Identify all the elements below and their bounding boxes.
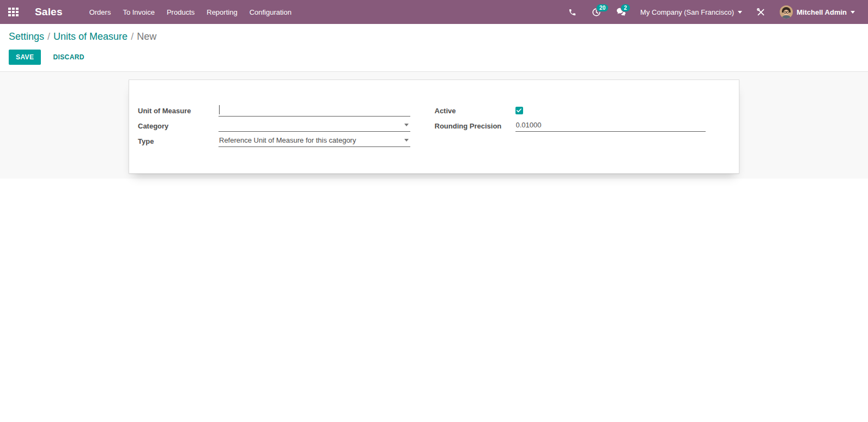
- type-label: Type: [138, 137, 218, 145]
- activities-button[interactable]: 20: [584, 0, 609, 24]
- activities-count-badge: 20: [596, 4, 609, 12]
- breadcrumb-units-of-measure[interactable]: Units of Measure: [53, 31, 128, 42]
- chevron-down-icon: [851, 11, 855, 14]
- rounding-precision-field-wrap: [515, 120, 706, 132]
- navbar-systray: 20 2 My Company (San Francisco): [561, 0, 868, 24]
- form-sheet: Unit of Measure Category Type: [129, 79, 739, 174]
- main-menu: Orders To Invoice Products Reporting Con…: [83, 0, 298, 24]
- user-name: Mitchell Admin: [797, 8, 847, 16]
- category-select[interactable]: [218, 120, 410, 132]
- menu-to-invoice[interactable]: To Invoice: [117, 0, 161, 24]
- breadcrumb-separator: /: [47, 31, 50, 42]
- rounding-precision-input[interactable]: [515, 120, 706, 132]
- top-navbar: Sales Orders To Invoice Products Reporti…: [0, 0, 868, 24]
- messages-button[interactable]: 2: [609, 0, 634, 24]
- apps-grid-icon: [8, 8, 19, 16]
- company-switcher[interactable]: My Company (San Francisco): [634, 0, 749, 24]
- active-label: Active: [435, 107, 515, 115]
- breadcrumb: Settings/Units of Measure/New: [9, 31, 859, 42]
- type-field-wrap: Reference Unit of Measure for this categ…: [218, 135, 410, 147]
- field-row-unit-of-measure: Unit of Measure: [138, 103, 410, 118]
- discard-button[interactable]: DISCARD: [50, 50, 87, 65]
- phone-icon: [568, 8, 576, 16]
- text-cursor: [219, 105, 220, 114]
- action-buttons: SAVE DISCARD: [9, 50, 859, 65]
- field-row-type: Type Reference Unit of Measure for this …: [138, 133, 410, 149]
- apps-menu-button[interactable]: [0, 0, 26, 24]
- menu-configuration[interactable]: Configuration: [244, 0, 298, 24]
- unit-of-measure-input[interactable]: [218, 105, 410, 117]
- rounding-precision-label: Rounding Precision: [435, 122, 515, 130]
- tools-icon: [756, 8, 766, 17]
- unit-of-measure-field-wrap: [218, 105, 410, 117]
- field-row-active: Active: [435, 103, 706, 118]
- type-value: Reference Unit of Measure for this categ…: [219, 136, 356, 144]
- user-avatar: [780, 5, 793, 19]
- chevron-down-icon: [404, 139, 409, 142]
- breadcrumb-current: New: [137, 31, 156, 42]
- user-menu[interactable]: Mitchell Admin: [773, 0, 861, 24]
- chevron-down-icon: [404, 124, 409, 126]
- control-panel: Settings/Units of Measure/New SAVE DISCA…: [0, 24, 868, 72]
- form-view: Unit of Measure Category Type: [0, 72, 868, 179]
- menu-reporting[interactable]: Reporting: [201, 0, 243, 24]
- category-field-wrap: [218, 120, 410, 132]
- app-name[interactable]: Sales: [35, 6, 63, 18]
- save-button[interactable]: SAVE: [9, 50, 41, 65]
- unit-of-measure-label: Unit of Measure: [138, 107, 218, 115]
- form-left-column: Unit of Measure Category Type: [129, 103, 434, 149]
- breadcrumb-separator: /: [131, 31, 133, 42]
- checkmark-icon: [516, 107, 522, 113]
- active-checkbox[interactable]: [515, 107, 523, 114]
- form-right-column: Active Rounding Precision: [434, 103, 739, 149]
- menu-orders[interactable]: Orders: [83, 0, 117, 24]
- field-row-category: Category: [138, 118, 410, 133]
- category-label: Category: [138, 122, 218, 130]
- active-field-wrap: [515, 106, 706, 115]
- breadcrumb-settings[interactable]: Settings: [9, 31, 44, 42]
- field-row-rounding-precision: Rounding Precision: [435, 118, 706, 133]
- voip-button[interactable]: [561, 0, 584, 24]
- debug-tools-button[interactable]: [749, 0, 773, 24]
- menu-products[interactable]: Products: [161, 0, 201, 24]
- messages-count-badge: 2: [621, 4, 630, 12]
- type-select[interactable]: Reference Unit of Measure for this categ…: [218, 135, 410, 147]
- company-name: My Company (San Francisco): [640, 8, 734, 16]
- chevron-down-icon: [738, 11, 742, 14]
